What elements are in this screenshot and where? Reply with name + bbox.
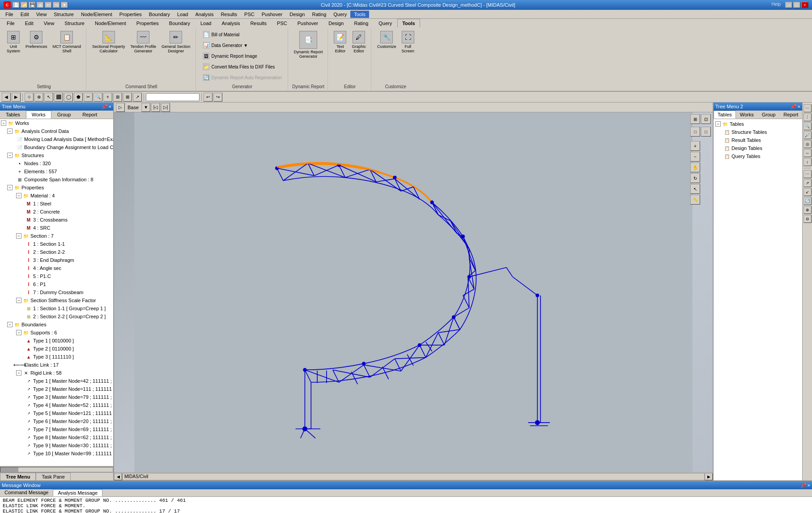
ribbon-tab-query[interactable]: Query <box>374 19 397 28</box>
menu-item-node-element[interactable]: Node/Element <box>77 11 116 18</box>
menu-item-load[interactable]: Load <box>174 11 191 18</box>
rt-btn13[interactable]: ⊖ <box>803 215 812 223</box>
tb-sel9[interactable]: + <box>103 93 112 102</box>
menu-item-query[interactable]: Query <box>330 11 350 18</box>
tendon-profile-btn[interactable]: 〰 Tendon ProfileGenerator <box>128 30 158 55</box>
vp-select[interactable]: ↖ <box>690 184 700 194</box>
sectional-prop-btn[interactable]: 📐 Sectional PropertyCalculator <box>90 30 128 55</box>
full-screen-btn[interactable]: ⛶ FullScreen <box>399 30 417 55</box>
tree-row-rl10[interactable]: ↗ Type 10 [ Master Node=99 ; 111111 ; S <box>0 449 113 457</box>
expand-sec[interactable]: − <box>16 233 21 239</box>
tab-group[interactable]: Group <box>51 111 77 119</box>
tab-tables2[interactable]: Tables <box>714 111 736 119</box>
menu-item-rating[interactable]: Rating <box>308 11 330 18</box>
new-btn[interactable]: 📄 <box>13 2 20 8</box>
vp-reset-btn[interactable]: ⊞ <box>690 114 700 124</box>
tree-row-sec3[interactable]: I 3 : End Diaphragm <box>0 256 113 264</box>
rt-row-query-tbl[interactable]: 📋 Query Tables <box>714 152 801 160</box>
tab-works2[interactable]: Works <box>736 111 758 119</box>
tb-back-btn[interactable]: ◀ <box>2 93 11 102</box>
tb-fwd-btn[interactable]: ▶ <box>12 93 21 102</box>
tb-sel4[interactable]: ⬛ <box>54 93 63 102</box>
minimize-btn[interactable]: – <box>785 2 792 8</box>
ribbon-tab-node/element[interactable]: Node/Element <box>90 19 131 28</box>
tb-sel2[interactable]: ⊕ <box>34 93 43 102</box>
rt-row-tables[interactable]: − 📁 Tables <box>714 120 801 128</box>
tree-row-sssf2[interactable]: ⊞ 2 : Section 2-2 [ Group=Creep 2 ] <box>0 312 113 321</box>
menu-item-design[interactable]: Design <box>286 11 308 18</box>
tree-row-struct[interactable]: − 📁 Structures <box>0 151 113 159</box>
tree-row-rl2[interactable]: ↗ Type 2 [ Master Node=111 ; 111111 ; S <box>0 385 113 393</box>
tab-report[interactable]: Report <box>77 111 103 119</box>
tree-row-sec1[interactable]: I 1 : Section 1-1 <box>0 240 113 248</box>
tree-row-rl5[interactable]: ↗ Type 5 [ Master Node=121 ; 111111 ; S <box>0 409 113 417</box>
tab-analysis-msg[interactable]: Analysis Message <box>53 489 102 496</box>
tree-row-sec4[interactable]: I 4 : Angle sec <box>0 264 113 272</box>
ribbon-tab-tools[interactable]: Tools <box>397 19 420 28</box>
rt-row-result-tbl[interactable]: 📋 Result Tables <box>714 136 801 144</box>
tree-row-mat[interactable]: − 📁 Material : 4 <box>0 192 113 200</box>
tab-tables[interactable]: Tables <box>0 111 26 119</box>
vp-zoom-in[interactable]: + <box>690 141 700 151</box>
rt-btn1[interactable]: ⋯ <box>803 104 812 112</box>
unit-system-btn[interactable]: ⊞ UnitSystem <box>4 30 22 55</box>
tab-group2[interactable]: Group <box>758 111 780 119</box>
msg-close[interactable]: × <box>808 483 810 488</box>
tb-sel5[interactable]: ◯ <box>64 93 73 102</box>
undo-btn[interactable]: ↩ <box>45 2 52 8</box>
viewport-3d[interactable]: .struct-line { stroke: #0000cc; stroke-w… <box>114 112 713 472</box>
vp-view1[interactable]: □ <box>690 127 700 137</box>
ribbon-tab-properties[interactable]: Properties <box>132 19 164 28</box>
rt-btn9[interactable]: ↗ <box>803 179 812 187</box>
ribbon-tab-pushover[interactable]: Pushover <box>293 19 323 28</box>
maximize-btn[interactable]: □ <box>793 2 800 8</box>
menu-item-boundary[interactable]: Boundary <box>145 11 174 18</box>
general-section-btn[interactable]: ✏ General SectionDesigner <box>159 30 193 55</box>
save-btn[interactable]: 💾 <box>29 2 36 8</box>
tree-row-mat4[interactable]: M 4 : SRC <box>0 224 113 232</box>
tb-sel6[interactable]: ⬟ <box>74 93 83 102</box>
tree-row-bca[interactable]: 📄 Boundary Change Assignment to Load Ca <box>0 143 113 151</box>
rt-btn7[interactable]: ↕ <box>803 158 812 166</box>
preferences-btn[interactable]: ⚙ Preferences <box>23 30 50 50</box>
rt-btn5[interactable]: ◎ <box>803 140 812 148</box>
tree-row-sec5[interactable]: I 5 : P1.C <box>0 272 113 280</box>
msg-pin[interactable]: 📌 <box>800 483 807 488</box>
tb-view2[interactable]: ↪ <box>213 93 222 102</box>
menu-item-file[interactable]: File <box>2 11 17 18</box>
tb-view1[interactable]: ↩ <box>204 93 213 102</box>
vp-tb3[interactable]: |◁ <box>151 103 160 112</box>
close-btn[interactable]: × <box>801 2 808 8</box>
vp-fit-btn[interactable]: ⊡ <box>701 114 711 124</box>
rt-btn10[interactable]: ↙ <box>803 188 812 196</box>
menu-item-results[interactable]: Results <box>217 11 241 18</box>
tree-row-supp1[interactable]: ▲ Type 1 [ 0010000 ] <box>0 337 113 345</box>
tree-row-rl3[interactable]: ↗ Type 3 [ Master Node=79 ; 111111 ; Sl <box>0 393 113 401</box>
rt-btn11[interactable]: 🔃 <box>803 197 812 205</box>
tab-cmd-msg[interactable]: Command Message <box>0 489 53 496</box>
tree-row-supp[interactable]: − 📁 Supports : 6 <box>0 329 113 337</box>
rt-btn12[interactable]: ⊕ <box>803 206 812 214</box>
expand-works[interactable]: − <box>1 120 6 126</box>
tree-menu2-close[interactable]: × <box>798 104 800 110</box>
rt-btn6[interactable]: ↔ <box>803 149 812 157</box>
customize-btn[interactable]: 🔧 Customize <box>375 30 399 50</box>
tree-pin-btn[interactable]: 📌 <box>102 104 108 110</box>
ribbon-tab-load[interactable]: Load <box>196 19 216 28</box>
expand-supp[interactable]: − <box>16 330 21 335</box>
data-gen-btn[interactable]: 📊 Data Generator ▼ <box>200 40 251 50</box>
ribbon-tab-edit[interactable]: Edit <box>20 19 38 28</box>
tree-row-sec6[interactable]: I 6 : P1 <box>0 280 113 288</box>
tree-row-supp3[interactable]: ▲ Type 3 [ 1111110 ] <box>0 353 113 361</box>
tb-sel10[interactable]: ⊞ <box>113 93 122 102</box>
expand-mat[interactable]: − <box>16 193 21 198</box>
tree-row-works[interactable]: − 📁 Works <box>0 119 113 127</box>
vp-view2[interactable]: □ <box>701 127 711 137</box>
open-btn[interactable]: 📁 <box>21 2 28 8</box>
tb-sel3[interactable]: ↖ <box>44 93 53 102</box>
tree-row-mlad[interactable]: 📄 Moving Load Analysis Data [ Method=Exa <box>0 135 113 143</box>
ribbon-tab-boundary[interactable]: Boundary <box>164 19 195 28</box>
ribbon-tab-analysis[interactable]: Analysis <box>217 19 245 28</box>
redo-btn[interactable]: ↪ <box>53 2 60 8</box>
tb-sel1[interactable]: ⊹ <box>25 93 34 102</box>
